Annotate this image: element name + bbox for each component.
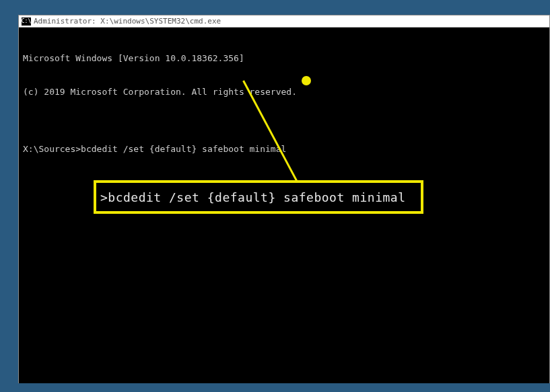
window-title: Administrator: X:\windows\SYSTEM32\cmd.e… <box>34 17 221 26</box>
terminal-output: (c) 2019 Microsoft Corporation. All righ… <box>23 87 545 98</box>
terminal-output: Microsoft Windows [Version 10.0.18362.35… <box>23 53 545 65</box>
terminal-prompt: X:\Sources> <box>23 144 81 155</box>
cmd-icon: C:\ <box>22 17 31 26</box>
terminal-command: bcdedit /set {default} safeboot minimal <box>81 144 286 155</box>
annotation-dot <box>302 76 311 85</box>
terminal-prompt-line: X:\Sources>bcdedit /set {default} safebo… <box>23 144 545 155</box>
callout-text: >bcdedit /set {default} safeboot minimal <box>100 190 405 204</box>
titlebar[interactable]: C:\ Administrator: X:\windows\SYSTEM32\c… <box>19 15 549 28</box>
annotation-callout: >bcdedit /set {default} safeboot minimal <box>94 180 423 214</box>
